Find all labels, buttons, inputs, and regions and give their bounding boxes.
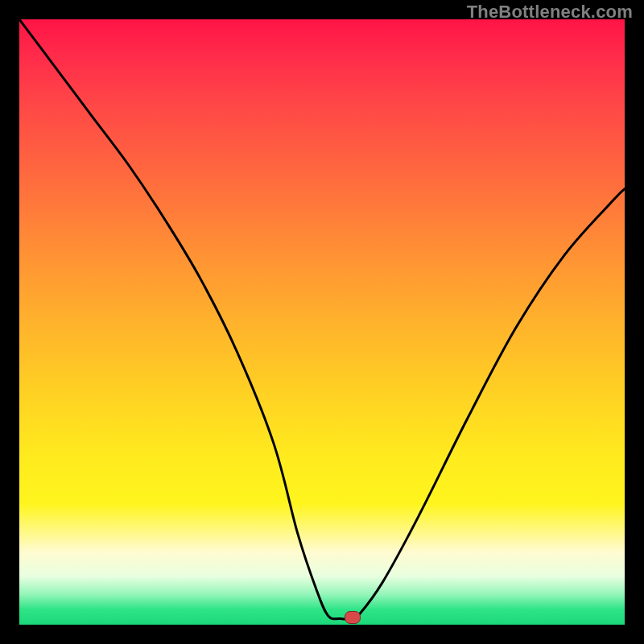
chart-frame: TheBottleneck.com <box>0 0 644 644</box>
optimum-marker <box>345 611 361 624</box>
watermark-label: TheBottleneck.com <box>467 2 633 23</box>
curve-layer <box>19 19 625 625</box>
bottleneck-curve <box>19 19 625 619</box>
